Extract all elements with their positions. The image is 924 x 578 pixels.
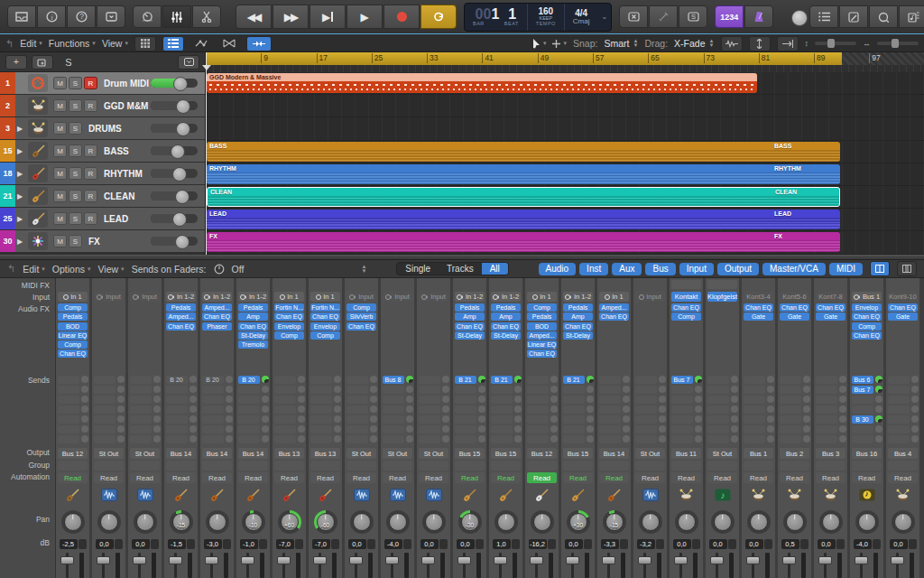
send-slot[interactable] xyxy=(238,424,269,434)
send-slot[interactable] xyxy=(419,375,449,384)
send-slot[interactable] xyxy=(130,395,161,404)
record-button[interactable] xyxy=(383,5,420,29)
send-slot[interactable] xyxy=(346,424,377,434)
pan-knob[interactable] xyxy=(639,510,662,534)
send-slot[interactable]: B 21 xyxy=(563,375,594,384)
fader-handle[interactable] xyxy=(313,556,327,564)
fader-handle[interactable] xyxy=(421,556,435,564)
send-slot[interactable] xyxy=(94,395,125,404)
track-play-button[interactable]: ▶ xyxy=(15,164,24,182)
output-slot[interactable]: St Out xyxy=(383,448,412,459)
send-slot[interactable] xyxy=(94,385,125,394)
mixer-view-tracks-button[interactable]: Tracks xyxy=(439,263,482,275)
slider-thumb[interactable] xyxy=(171,144,185,159)
plugin-slot[interactable]: St-Delay xyxy=(563,331,593,340)
send-slot[interactable] xyxy=(780,385,810,394)
track-header[interactable]: 25▶MSRLEAD xyxy=(0,208,205,229)
send-slot[interactable] xyxy=(455,424,485,434)
send-slot[interactable] xyxy=(707,375,738,384)
send-slot[interactable] xyxy=(888,395,919,404)
send-slot[interactable] xyxy=(635,395,666,404)
fader-handle[interactable] xyxy=(133,556,146,564)
send-slot[interactable] xyxy=(238,434,269,443)
send-slot[interactable] xyxy=(491,415,522,424)
plugin-slot[interactable]: Comp xyxy=(852,322,882,331)
input-slot[interactable]: In 1-2 xyxy=(238,292,268,302)
automation-mode-button[interactable]: Read xyxy=(671,472,701,483)
track-header[interactable]: 15▶MSRBASS xyxy=(0,140,205,162)
track-m-button[interactable]: M xyxy=(53,235,67,247)
send-slot[interactable] xyxy=(563,434,594,443)
send-slot[interactable]: B 21 xyxy=(491,375,522,384)
automation-mode-button[interactable]: Read xyxy=(419,472,448,483)
plugin-slot[interactable]: Chan EQ xyxy=(166,322,196,331)
command-tool-menu[interactable]: ▾ xyxy=(552,40,567,48)
slider-thumb[interactable] xyxy=(172,167,187,182)
volume-db-value[interactable]: -1,0 xyxy=(240,539,258,549)
send-slot[interactable] xyxy=(888,385,919,394)
output-slot[interactable]: Bus 13 xyxy=(310,448,340,459)
track-volume-slider[interactable] xyxy=(151,124,198,133)
send-slot[interactable] xyxy=(274,415,305,424)
pan-knob[interactable] xyxy=(819,510,843,534)
send-slot[interactable]: B 20 xyxy=(202,375,233,384)
track-s-button[interactable]: S xyxy=(69,235,82,247)
mixer-channel-strip[interactable]: InputSt OutRead-3,2 xyxy=(633,278,667,578)
count-in-button[interactable]: 1234 xyxy=(715,5,744,28)
automation-mode-button[interactable]: Read xyxy=(58,472,88,483)
track-play-button[interactable]: ▶ xyxy=(15,187,24,205)
send-slot[interactable] xyxy=(563,385,594,394)
plugin-slot[interactable]: Gate xyxy=(744,312,773,321)
track-s-button[interactable]: S xyxy=(69,167,82,180)
plugin-slot[interactable]: Amped... xyxy=(599,303,629,312)
automation-mode-button[interactable]: Read xyxy=(563,472,593,483)
send-slot[interactable] xyxy=(166,415,197,424)
mixer-channel-strip[interactable]: InputSt OutRead0,0 xyxy=(128,278,162,578)
track-s-button[interactable]: S xyxy=(69,212,82,225)
track-play-button[interactable]: ▶ xyxy=(15,119,24,137)
volume-db-value[interactable]: 0,0 xyxy=(132,539,150,549)
fader-handle[interactable] xyxy=(530,556,543,564)
send-slot[interactable] xyxy=(888,415,919,424)
send-slot[interactable] xyxy=(599,424,630,434)
fader-handle[interactable] xyxy=(782,556,796,564)
send-slot[interactable] xyxy=(491,405,522,414)
plugin-slot[interactable]: Chan EQ xyxy=(310,312,340,321)
mixer-channel-strip[interactable]: InputSt OutRead0,0 xyxy=(92,278,125,578)
automation-mode-button[interactable]: Read xyxy=(780,472,809,483)
plugin-slot[interactable]: Chan EQ xyxy=(455,322,485,331)
output-slot[interactable]: Bus 14 xyxy=(166,448,196,459)
pan-knob[interactable]: -15 xyxy=(170,510,193,534)
track-header[interactable]: 18▶MSRRHYTHM xyxy=(0,163,205,184)
pan-knob[interactable] xyxy=(675,510,698,534)
plugin-slot[interactable]: Pedals xyxy=(491,303,521,312)
send-slot[interactable] xyxy=(58,375,88,384)
track-volume-slider[interactable] xyxy=(151,79,198,88)
send-slot[interactable] xyxy=(527,375,558,384)
track-header[interactable]: 1MSRDrum MIDI | Ch1 xyxy=(0,72,205,94)
volume-db-value[interactable]: -3,0 xyxy=(204,539,222,549)
group-slot[interactable] xyxy=(419,461,448,471)
plugin-slot[interactable]: Chan EQ xyxy=(274,312,304,321)
mixer-filter-audio-button[interactable]: Audio xyxy=(539,263,577,275)
track-volume-slider[interactable] xyxy=(151,237,198,246)
volume-db-value[interactable]: -16,2 xyxy=(529,539,547,549)
send-slot[interactable] xyxy=(310,405,341,414)
browsers-button[interactable] xyxy=(899,5,924,28)
output-slot[interactable]: St Out xyxy=(94,448,124,459)
volume-db-value[interactable]: -3,2 xyxy=(637,539,655,549)
volume-db-value[interactable]: 0,0 xyxy=(709,539,727,549)
input-slot[interactable]: Input xyxy=(419,292,448,302)
send-slot[interactable] xyxy=(238,415,269,424)
fader-handle[interactable] xyxy=(97,556,110,564)
plugin-slot[interactable]: BOD xyxy=(58,322,88,331)
play-button[interactable]: ▶ xyxy=(346,5,383,29)
send-slot[interactable] xyxy=(310,395,341,404)
plugin-slot[interactable]: Chan EQ xyxy=(491,322,521,331)
input-slot[interactable]: In 1-2 xyxy=(491,292,521,302)
plugin-slot[interactable]: SilvVerb xyxy=(346,312,376,321)
volume-db-value[interactable]: -1,5 xyxy=(168,539,186,549)
send-slot[interactable] xyxy=(130,424,161,434)
send-slot[interactable] xyxy=(491,395,522,404)
mixer-channel-strip[interactable]: Kont5-6Chan EQGateBus 2Read0,5 xyxy=(778,278,811,578)
